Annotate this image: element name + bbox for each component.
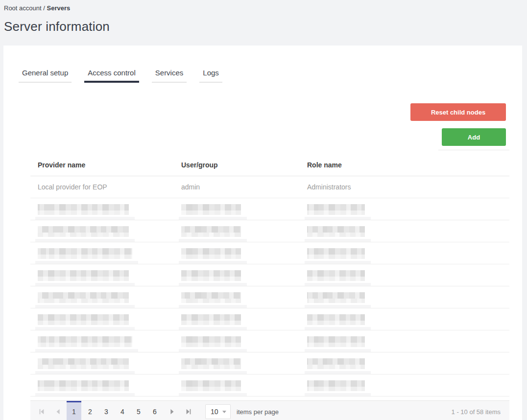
page-size-value: 10 bbox=[211, 408, 218, 416]
cell-role bbox=[300, 374, 509, 396]
tab-services[interactable]: Services bbox=[152, 69, 187, 83]
cell-role bbox=[300, 308, 509, 330]
pager-pages: 123456 bbox=[67, 401, 164, 420]
tab-general-setup[interactable]: General setup bbox=[19, 69, 72, 83]
table-body: Local provider for EOPadminAdministrator… bbox=[30, 176, 509, 397]
cell-user-group bbox=[174, 352, 300, 374]
redacted-text-block bbox=[38, 336, 132, 352]
table-header-row: Provider name User/group Role name bbox=[30, 154, 509, 176]
previous-page-icon[interactable] bbox=[52, 401, 64, 420]
table-row[interactable]: Local provider for EOPadminAdministrator… bbox=[30, 176, 509, 198]
redacted-text-block bbox=[181, 270, 241, 286]
breadcrumb-root[interactable]: Root account bbox=[4, 4, 42, 12]
table-row[interactable] bbox=[30, 220, 509, 242]
page-title: Server information bbox=[4, 19, 527, 34]
cell-provider bbox=[30, 220, 174, 242]
pager-page-2[interactable]: 2 bbox=[83, 401, 97, 420]
redacted-text-block bbox=[38, 314, 129, 330]
cell-user-group bbox=[174, 374, 300, 396]
pager-range-label: 1 - 10 of 58 items bbox=[452, 408, 509, 416]
cell-role bbox=[300, 330, 509, 352]
cell-provider bbox=[30, 286, 174, 308]
cell-role bbox=[300, 264, 509, 286]
table-row[interactable] bbox=[30, 198, 509, 220]
cell-user-group bbox=[174, 242, 300, 264]
reset-child-nodes-button[interactable]: Reset child nodes bbox=[410, 103, 506, 121]
redacted-text-block bbox=[307, 204, 365, 220]
access-control-table: Provider name User/group Role name Local… bbox=[30, 154, 509, 420]
last-page-icon[interactable] bbox=[183, 401, 194, 420]
cell-provider bbox=[30, 352, 174, 374]
pager-page-4[interactable]: 4 bbox=[115, 401, 130, 420]
cell-user-group bbox=[174, 308, 300, 330]
top-bar: Root account / Servers Server informatio… bbox=[0, 0, 527, 34]
redacted-text-block bbox=[307, 314, 365, 330]
content-card: General setupAccess controlServicesLogs … bbox=[3, 46, 522, 420]
table-row[interactable] bbox=[30, 308, 509, 330]
redacted-text-block bbox=[307, 292, 365, 308]
tab-strip: General setupAccess controlServicesLogs bbox=[19, 69, 522, 83]
cell-role: Administrators bbox=[300, 183, 509, 191]
tab-logs[interactable]: Logs bbox=[199, 69, 222, 83]
table-row[interactable] bbox=[30, 242, 509, 264]
toolbar: Reset child nodes Add bbox=[30, 103, 509, 150]
cell-role bbox=[300, 198, 509, 220]
redacted-text-block bbox=[181, 358, 241, 374]
table-row[interactable] bbox=[30, 286, 509, 308]
redacted-text-block bbox=[307, 380, 365, 396]
redacted-text-block bbox=[181, 292, 241, 308]
cell-user-group bbox=[174, 220, 300, 242]
redacted-text-block bbox=[38, 380, 129, 396]
breadcrumb-separator: / bbox=[43, 4, 45, 12]
column-header-user-group[interactable]: User/group bbox=[174, 161, 300, 169]
cell-role bbox=[300, 352, 509, 374]
chevron-down-icon bbox=[222, 411, 226, 413]
redacted-text-block bbox=[307, 270, 365, 286]
redacted-text-block bbox=[38, 358, 129, 374]
cell-user-group bbox=[174, 198, 300, 220]
cell-user-group bbox=[174, 264, 300, 286]
cell-provider: Local provider for EOP bbox=[30, 183, 174, 191]
table-row[interactable] bbox=[30, 330, 509, 352]
pager-page-3[interactable]: 3 bbox=[99, 401, 114, 420]
cell-provider bbox=[30, 330, 174, 352]
redacted-text-block bbox=[307, 358, 365, 374]
first-page-icon[interactable] bbox=[36, 401, 48, 420]
column-header-role-name[interactable]: Role name bbox=[300, 161, 509, 169]
cell-role bbox=[300, 286, 509, 308]
cell-user-group bbox=[174, 286, 300, 308]
table-row[interactable] bbox=[30, 352, 509, 374]
cell-user-group bbox=[174, 330, 300, 352]
pager-page-1[interactable]: 1 bbox=[67, 401, 81, 420]
items-per-page-label: items per page bbox=[237, 408, 279, 416]
redacted-text-block bbox=[181, 204, 241, 220]
table-row[interactable] bbox=[30, 374, 509, 397]
redacted-text-block bbox=[38, 226, 129, 242]
pager: 123456 10 items per page 1 - 10 of 58 it… bbox=[30, 400, 509, 420]
tab-access-control[interactable]: Access control bbox=[84, 69, 139, 83]
cell-provider bbox=[30, 242, 174, 264]
cell-provider bbox=[30, 264, 174, 286]
cell-user-group: admin bbox=[174, 183, 300, 191]
pager-page-6[interactable]: 6 bbox=[147, 401, 162, 420]
column-header-provider-name[interactable]: Provider name bbox=[30, 161, 174, 169]
redacted-text-block bbox=[38, 292, 129, 308]
page-size-select[interactable]: 10 bbox=[205, 404, 231, 419]
redacted-text-block bbox=[38, 270, 129, 286]
redacted-text-block bbox=[307, 226, 365, 242]
redacted-text-block bbox=[181, 380, 241, 396]
redacted-text-block bbox=[307, 336, 365, 352]
add-button[interactable]: Add bbox=[442, 128, 506, 146]
cell-role bbox=[300, 242, 509, 264]
next-page-icon[interactable] bbox=[166, 401, 178, 420]
cell-provider bbox=[30, 374, 174, 396]
redacted-text-block bbox=[181, 226, 241, 242]
cell-role bbox=[300, 220, 509, 242]
redacted-text-block bbox=[181, 336, 241, 352]
redacted-text-block bbox=[181, 314, 241, 330]
breadcrumb-current: Servers bbox=[47, 4, 70, 12]
breadcrumb: Root account / Servers bbox=[4, 4, 527, 12]
table-row[interactable] bbox=[30, 264, 509, 286]
pager-page-5[interactable]: 5 bbox=[131, 401, 146, 420]
redacted-text-block bbox=[181, 248, 241, 264]
